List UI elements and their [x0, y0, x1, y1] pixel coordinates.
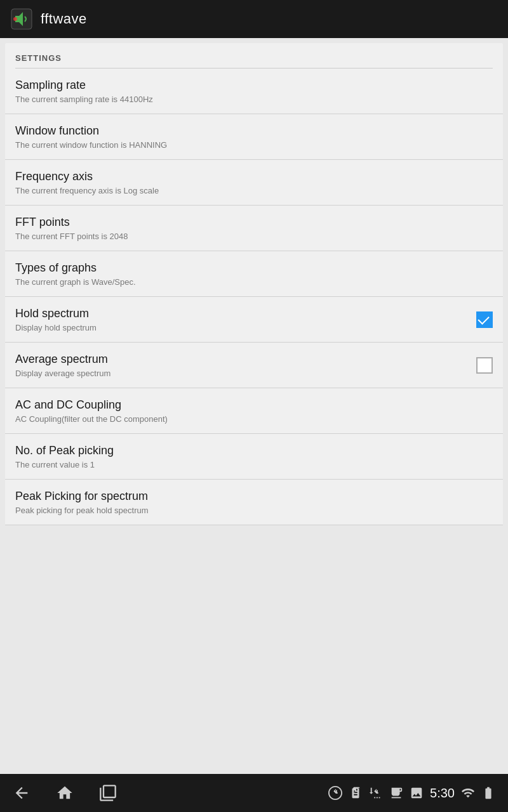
home-button[interactable]	[56, 784, 74, 802]
settings-header: SETTINGS	[5, 43, 503, 68]
setting-subtitle-peak-picking-spectrum: Peak picking for peak hold spectrum	[15, 506, 493, 515]
setting-subtitle-ac-dc-coupling: AC Coupling(filter out the DC component)	[15, 414, 493, 424]
setting-text-sampling-rate: Sampling rateThe current sampling rate i…	[15, 79, 493, 104]
setting-title-ac-dc-coupling: AC and DC Coupling	[15, 398, 493, 412]
status-time: 5:30	[430, 786, 455, 801]
usb-storage-icon	[369, 786, 383, 800]
checkbox-average-spectrum[interactable]	[476, 357, 493, 374]
setting-item-types-of-graphs[interactable]: Types of graphsThe current graph is Wave…	[5, 251, 503, 297]
setting-title-no-peak-picking: No. of Peak picking	[15, 444, 493, 457]
setting-text-ac-dc-coupling: AC and DC CouplingAC Coupling(filter out…	[15, 398, 493, 424]
checkbox-hold-spectrum[interactable]	[476, 311, 493, 328]
setting-subtitle-window-function: The current window function is HANNING	[15, 140, 493, 150]
setting-item-ac-dc-coupling[interactable]: AC and DC CouplingAC Coupling(filter out…	[5, 388, 503, 434]
app-icon	[10, 8, 33, 30]
setting-subtitle-fft-points: The current FFT points is 2048	[15, 232, 493, 241]
setting-item-sampling-rate[interactable]: Sampling rateThe current sampling rate i…	[5, 69, 503, 114]
nav-bar: 5:30	[0, 774, 508, 812]
setting-item-hold-spectrum[interactable]: Hold spectrumDisplay hold spectrum	[5, 297, 503, 343]
setting-text-frequency-axis: Frequency axisThe current frequency axis…	[15, 170, 493, 195]
setting-title-average-spectrum: Average spectrum	[15, 353, 466, 366]
setting-text-no-peak-picking: No. of Peak pickingThe current value is …	[15, 444, 493, 469]
setting-title-hold-spectrum: Hold spectrum	[15, 307, 466, 320]
setting-text-fft-points: FFT pointsThe current FFT points is 2048	[15, 216, 493, 241]
setting-text-average-spectrum: Average spectrumDisplay average spectrum	[15, 353, 466, 378]
setting-text-types-of-graphs: Types of graphsThe current graph is Wave…	[15, 261, 493, 287]
nav-right: 5:30	[328, 786, 495, 801]
setting-title-window-function: Window function	[15, 124, 493, 138]
setting-item-no-peak-picking[interactable]: No. of Peak pickingThe current value is …	[5, 434, 503, 480]
app-bar: fftwave	[0, 0, 508, 38]
usb-icon	[328, 786, 342, 800]
setting-control-hold-spectrum[interactable]	[476, 311, 493, 328]
svg-point-2	[13, 17, 17, 21]
setting-item-average-spectrum[interactable]: Average spectrumDisplay average spectrum	[5, 343, 503, 388]
wifi-icon	[461, 786, 475, 800]
back-button[interactable]	[13, 784, 30, 802]
news-icon	[389, 786, 403, 800]
setting-subtitle-no-peak-picking: The current value is 1	[15, 460, 493, 469]
setting-item-peak-picking-spectrum[interactable]: Peak Picking for spectrumPeak picking fo…	[5, 480, 503, 525]
settings-list: Sampling rateThe current sampling rate i…	[5, 69, 503, 525]
sim-icon	[349, 786, 363, 800]
app-title: fftwave	[41, 11, 87, 27]
settings-container: SETTINGS Sampling rateThe current sampli…	[5, 43, 503, 525]
recents-button[interactable]	[99, 784, 117, 802]
setting-title-peak-picking-spectrum: Peak Picking for spectrum	[15, 490, 493, 503]
setting-subtitle-hold-spectrum: Display hold spectrum	[15, 323, 466, 332]
setting-item-window-function[interactable]: Window functionThe current window functi…	[5, 114, 503, 160]
setting-subtitle-frequency-axis: The current frequency axis is Log scale	[15, 186, 493, 195]
content-area: SETTINGS Sampling rateThe current sampli…	[0, 38, 508, 774]
setting-text-hold-spectrum: Hold spectrumDisplay hold spectrum	[15, 307, 466, 332]
nav-left	[13, 784, 117, 802]
setting-item-frequency-axis[interactable]: Frequency axisThe current frequency axis…	[5, 160, 503, 206]
photo-icon	[410, 786, 424, 800]
setting-subtitle-sampling-rate: The current sampling rate is 44100Hz	[15, 95, 493, 104]
setting-title-sampling-rate: Sampling rate	[15, 79, 493, 92]
setting-subtitle-average-spectrum: Display average spectrum	[15, 369, 466, 378]
setting-title-fft-points: FFT points	[15, 216, 493, 229]
battery-icon	[481, 786, 495, 800]
setting-control-average-spectrum[interactable]	[476, 357, 493, 374]
setting-text-window-function: Window functionThe current window functi…	[15, 124, 493, 150]
setting-subtitle-types-of-graphs: The current graph is Wave/Spec.	[15, 277, 493, 287]
setting-title-frequency-axis: Frequency axis	[15, 170, 493, 183]
setting-item-fft-points[interactable]: FFT pointsThe current FFT points is 2048	[5, 206, 503, 251]
setting-title-types-of-graphs: Types of graphs	[15, 261, 493, 275]
setting-text-peak-picking-spectrum: Peak Picking for spectrumPeak picking fo…	[15, 490, 493, 515]
